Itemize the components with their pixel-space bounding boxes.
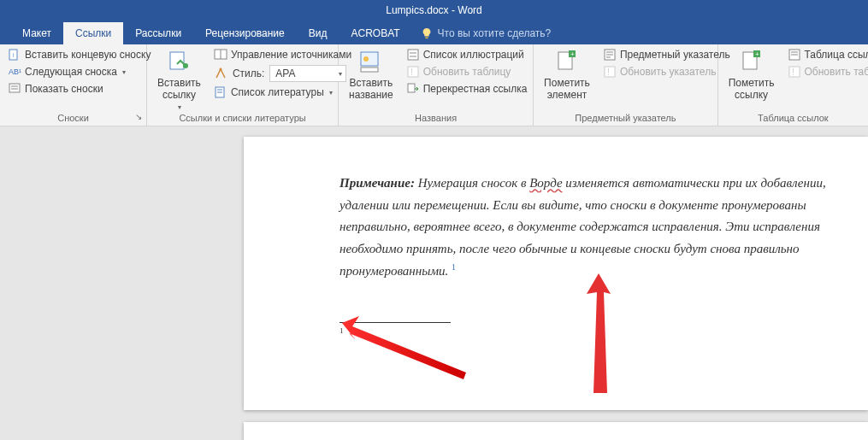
bibliography-label: Список литературы xyxy=(231,86,324,98)
next-footnote-label: Следующая сноска xyxy=(25,66,117,78)
insert-endnote-button[interactable]: i Вставить концевую сноску xyxy=(5,47,153,62)
group-footnotes-label: Сноски xyxy=(5,113,141,125)
svg-text:AB¹: AB¹ xyxy=(9,67,21,76)
svg-rect-7 xyxy=(170,52,184,69)
insert-toa-label: Таблица ссыло xyxy=(805,49,868,61)
footnote-reference[interactable]: 1 xyxy=(452,262,456,272)
document-page[interactable]: Примечание: Нумерация сносок в Ворде изм… xyxy=(244,137,868,410)
group-captions: Вставить название Список иллюстраций ! О… xyxy=(339,44,534,126)
insert-toa-button[interactable]: Таблица ссыло xyxy=(785,47,868,62)
tab-view[interactable]: Вид xyxy=(297,22,340,44)
bibliography-button[interactable]: Список литературы ▾ xyxy=(211,85,354,100)
document-page-next[interactable] xyxy=(244,422,868,440)
svg-point-8 xyxy=(183,63,188,68)
mark-citation-icon: + xyxy=(738,49,765,76)
group-captions-label: Названия xyxy=(344,113,528,125)
style-label: Стиль: xyxy=(233,67,264,79)
insert-endnote-label: Вставить концевую сноску xyxy=(25,49,151,61)
next-footnote-button[interactable]: AB¹ Следующая сноска ▾ xyxy=(5,64,153,79)
endnote-icon: i xyxy=(8,48,21,62)
group-footnotes: i Вставить концевую сноску AB¹ Следующая… xyxy=(0,44,147,126)
update-toa-label: Обновить табл xyxy=(805,66,868,78)
insert-index-icon xyxy=(603,48,617,62)
update-icon: ! xyxy=(788,65,801,79)
insert-citation-button[interactable]: Вставить ссылку ▾ xyxy=(152,47,206,113)
chevron-down-icon: ▾ xyxy=(329,89,333,97)
svg-point-11 xyxy=(219,68,221,71)
style-value: APA xyxy=(275,67,295,79)
table-of-figures-label: Список иллюстраций xyxy=(423,49,524,61)
body-part1: Нумерация сносок в xyxy=(415,176,529,190)
svg-rect-31 xyxy=(605,67,615,77)
document-body[interactable]: Примечание: Нумерация сносок в Ворде изм… xyxy=(340,173,851,283)
update-index-label: Обновить указатель xyxy=(620,66,717,78)
insert-citation-icon xyxy=(165,49,192,76)
show-notes-button[interactable]: Показать сноски xyxy=(5,81,153,97)
body-part2: изменяется автоматически при их добавлен… xyxy=(340,176,826,278)
tab-layout[interactable]: Макет xyxy=(10,22,63,44)
manage-sources-label: Управление источниками xyxy=(231,49,351,61)
svg-rect-23 xyxy=(408,84,415,92)
group-toa-label: Таблица ссылок xyxy=(723,113,863,125)
group-index-label: Предметный указатель xyxy=(539,113,712,125)
svg-text:!: ! xyxy=(607,67,610,77)
style-icon xyxy=(214,67,227,80)
body-word-underlined: Ворде xyxy=(529,176,562,190)
tell-me-label: Что вы хотите сделать? xyxy=(438,27,552,39)
svg-text:!: ! xyxy=(792,67,794,77)
insert-caption-icon xyxy=(357,49,385,76)
footnote-separator xyxy=(340,322,451,323)
tab-references[interactable]: Ссылки xyxy=(63,22,123,44)
group-citations: Вставить ссылку ▾ Управление источниками… xyxy=(147,44,339,126)
mark-citation-label: Пометить ссылку xyxy=(729,78,775,102)
update-icon: ! xyxy=(406,65,420,79)
tab-acrobat[interactable]: ACROBAT xyxy=(339,22,411,44)
svg-point-17 xyxy=(363,56,369,62)
tell-me-search[interactable]: Что вы хотите сделать? xyxy=(412,22,560,44)
svg-text:+: + xyxy=(570,50,575,58)
cross-reference-button[interactable]: Перекрестная ссылка xyxy=(404,81,530,97)
svg-rect-0 xyxy=(425,37,428,38)
svg-rect-4 xyxy=(9,84,20,92)
bulb-icon xyxy=(421,27,433,39)
update-table-button: ! Обновить таблицу xyxy=(404,64,530,79)
footnotes-dialog-launcher[interactable]: ↘ xyxy=(133,113,144,123)
document-workspace: Примечание: Нумерация сносок в Ворде изм… xyxy=(0,126,868,440)
mark-entry-label: Пометить элемент xyxy=(544,78,590,102)
manage-sources-button[interactable]: Управление источниками xyxy=(211,47,354,62)
group-index: + Пометить элемент Предметный указатель … xyxy=(534,44,718,126)
svg-rect-21 xyxy=(408,67,418,77)
chevron-down-icon: ▾ xyxy=(178,103,181,111)
table-of-figures-icon xyxy=(406,48,420,62)
ribbon-tabs: Макет Ссылки Рассылки Рецензирование Вид… xyxy=(0,21,868,44)
insert-index-label: Предметный указатель xyxy=(620,49,730,61)
update-table-label: Обновить таблицу xyxy=(423,66,511,78)
style-select[interactable]: APA ▾ xyxy=(269,65,346,82)
svg-text:!: ! xyxy=(410,67,413,77)
insert-index-button[interactable]: Предметный указатель xyxy=(600,47,733,62)
title-bar: Lumpics.docx - Word xyxy=(0,0,868,21)
style-row: Стиль: APA ▾ xyxy=(211,64,354,83)
ribbon: i Вставить концевую сноску AB¹ Следующая… xyxy=(0,44,868,126)
update-index-button: ! Обновить указатель xyxy=(600,64,733,79)
cross-reference-label: Перекрестная ссылка xyxy=(423,83,528,95)
table-of-figures-button[interactable]: Список иллюстраций xyxy=(404,47,530,62)
mark-entry-icon: + xyxy=(553,49,581,76)
tab-mailings[interactable]: Рассылки xyxy=(123,22,193,44)
svg-text:+: + xyxy=(755,50,759,58)
group-citations-label: Ссылки и списки литературы xyxy=(152,113,333,125)
update-icon: ! xyxy=(603,65,617,79)
group-toa: + Пометить ссылку Таблица ссыло ! Обнови… xyxy=(718,44,868,126)
show-notes-label: Показать сноски xyxy=(25,83,103,95)
bibliography-icon xyxy=(214,85,227,99)
svg-rect-39 xyxy=(789,67,800,77)
show-notes-icon xyxy=(8,82,21,96)
mark-citation-button[interactable]: + Пометить ссылку xyxy=(723,47,780,103)
cross-reference-icon xyxy=(406,82,420,96)
insert-caption-button[interactable]: Вставить название xyxy=(344,47,399,103)
tab-review[interactable]: Рецензирование xyxy=(193,22,297,44)
insert-citation-label: Вставить ссылку xyxy=(157,78,201,102)
footnote-marker[interactable]: 1 xyxy=(340,326,344,335)
mark-entry-button[interactable]: + Пометить элемент xyxy=(539,47,595,103)
manage-sources-icon xyxy=(214,48,227,62)
